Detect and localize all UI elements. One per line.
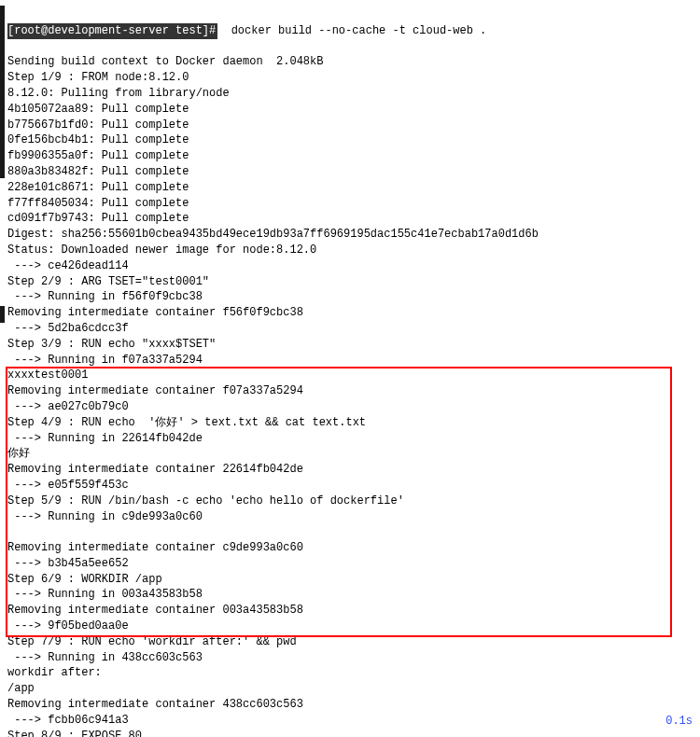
terminal-line: Sending build context to Docker daemon 2… — [7, 54, 693, 70]
terminal-line: ---> b3b45a5ee652 — [7, 556, 693, 572]
terminal-line: f77ff8405034: Pull complete — [7, 196, 693, 212]
terminal-line: Step 2/9 : ARG TSET="test0001" — [7, 274, 693, 290]
terminal-left-bar-2 — [0, 306, 5, 323]
timing-indicator: 0.1s — [665, 714, 693, 730]
terminal-line: fb9906355a0f: Pull complete — [7, 148, 693, 164]
terminal-line: Step 8/9 : EXPOSE 80 — [7, 729, 693, 737]
terminal-command: docker build --no-cache -t cloud-web . — [217, 24, 486, 37]
terminal-line: Step 1/9 : FROM node:8.12.0 — [7, 70, 693, 86]
terminal-output[interactable]: [root@development-server test]# docker b… — [7, 7, 693, 737]
terminal-line: ---> Running in 438cc603c563 — [7, 650, 693, 666]
terminal-line: Removing intermediate container f07a337a… — [7, 383, 693, 399]
terminal-line: Removing intermediate container 22614fb0… — [7, 462, 693, 478]
terminal-line: 你好 — [7, 446, 693, 462]
terminal-line: 0fe156bcb4b1: Pull complete — [7, 132, 693, 148]
terminal-left-bar-1 — [0, 6, 5, 178]
terminal-line: ---> e05f559f453c — [7, 478, 693, 494]
terminal-line: Digest: sha256:55601b0cbea9435bd49ece19d… — [7, 227, 693, 243]
terminal-line: Step 4/9 : RUN echo '你好' > text.txt && c… — [7, 415, 693, 431]
terminal-line: Removing intermediate container 003a4358… — [7, 603, 693, 619]
terminal-line: b775667b1fd0: Pull complete — [7, 118, 693, 133]
terminal-line: ---> 9f05bed0aa0e — [7, 619, 693, 634]
terminal-line: ---> fcbb06c941a3 — [7, 713, 693, 729]
terminal-line: Step 5/9 : RUN /bin/bash -c echo 'echo h… — [7, 494, 693, 509]
terminal-line: Removing intermediate container 438cc603… — [7, 697, 693, 713]
terminal-line: 228e101c8671: Pull complete — [7, 180, 693, 196]
terminal-line: ---> 5d2ba6cdcc3f — [7, 321, 693, 337]
terminal-line: xxxxtest0001 — [7, 368, 693, 383]
terminal-prompt-line[interactable]: [root@development-server test]# docker b… — [7, 23, 693, 39]
terminal-line: Step 3/9 : RUN echo "xxxx$TSET" — [7, 337, 693, 353]
terminal-line: ---> ae027c0b79c0 — [7, 399, 693, 415]
terminal-line: workdir after: — [7, 665, 693, 681]
terminal-line: Status: Downloaded newer image for node:… — [7, 243, 693, 258]
terminal-line: /app — [7, 681, 693, 697]
terminal-line: Step 7/9 : RUN echo 'workdir after:' && … — [7, 634, 693, 650]
terminal-line: ---> Running in 22614fb042de — [7, 431, 693, 447]
terminal-line: 880a3b83482f: Pull complete — [7, 164, 693, 180]
terminal-prompt: [root@development-server test]# — [7, 23, 217, 39]
terminal-line — [7, 524, 693, 540]
terminal-line: ---> Running in f56f0f9cbc38 — [7, 289, 693, 305]
terminal-line: 8.12.0: Pulling from library/node — [7, 86, 693, 102]
terminal-line: Step 6/9 : WORKDIR /app — [7, 572, 693, 588]
terminal-line: Removing intermediate container c9de993a… — [7, 540, 693, 556]
terminal-line: ---> Running in c9de993a0c60 — [7, 509, 693, 525]
terminal-line: ---> Running in f07a337a5294 — [7, 353, 693, 368]
terminal-line: ---> Running in 003a43583b58 — [7, 587, 693, 603]
terminal-line: ---> ce426dead114 — [7, 258, 693, 274]
terminal-line: 4b105072aa89: Pull complete — [7, 102, 693, 118]
terminal-line: Removing intermediate container f56f0f9c… — [7, 305, 693, 321]
terminal-line: cd091f7b9743: Pull complete — [7, 211, 693, 227]
